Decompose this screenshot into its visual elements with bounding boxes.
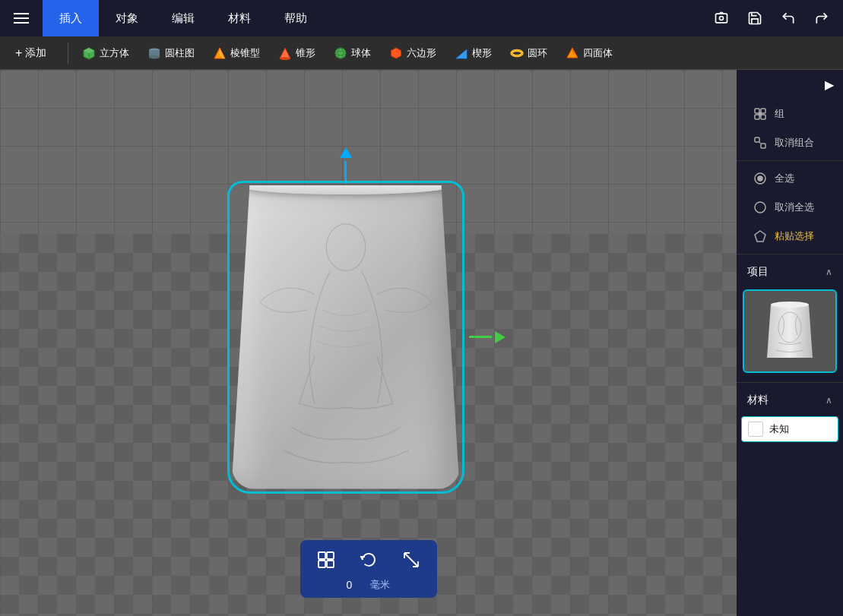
handle-line-horizontal — [469, 336, 492, 338]
deselect-all-icon — [752, 199, 769, 216]
svg-point-7 — [149, 55, 160, 58]
select-all-label: 全选 — [775, 172, 794, 185]
panel-divider-1 — [737, 160, 843, 161]
toolbar-prism[interactable]: 棱锥型 — [205, 41, 268, 65]
svg-marker-39 — [767, 305, 813, 358]
svg-rect-33 — [761, 144, 765, 148]
svg-rect-32 — [755, 137, 759, 142]
material-item-unknown[interactable]: 未知 — [741, 416, 838, 442]
cup-body — [232, 185, 460, 489]
ungroup-label: 取消组合 — [775, 136, 814, 150]
prism-icon — [213, 46, 227, 60]
toolbar-torus[interactable]: 圆环 — [502, 41, 555, 65]
bottom-toolbar-icons — [312, 546, 425, 573]
menu-tab-help[interactable]: 帮助 — [268, 0, 324, 36]
svg-point-37 — [755, 202, 765, 213]
right-panel: ▶ 组 — [737, 70, 843, 616]
select-all-button[interactable]: 全选 — [741, 164, 838, 193]
material-label: 材料 — [747, 393, 769, 407]
torus-icon — [510, 46, 524, 60]
3d-object-container — [232, 185, 460, 489]
ungroup-button[interactable]: 取消组合 — [741, 128, 838, 157]
svg-point-12 — [335, 48, 346, 58]
ungroup-icon — [752, 134, 769, 151]
svg-marker-15 — [391, 48, 401, 58]
sticky-select-label: 粘贴选择 — [775, 229, 814, 243]
project-thumbnail[interactable] — [743, 289, 837, 373]
toolbar-cylinder[interactable]: 圆柱图 — [140, 41, 202, 65]
cone-icon — [278, 46, 292, 60]
transform-value: 0 — [347, 579, 353, 591]
group-icon — [752, 106, 769, 122]
unit-label: 毫米 — [370, 578, 390, 592]
group-label: 组 — [775, 107, 784, 121]
tetra-icon — [566, 46, 579, 60]
project-collapse-icon[interactable]: ∧ — [826, 267, 832, 277]
menu-icon-group — [708, 5, 843, 32]
chevron-right-icon: ▶ — [825, 77, 834, 92]
panel-divider-2 — [737, 254, 843, 254]
sticky-select-icon — [752, 228, 769, 245]
menu-tab-material[interactable]: 材料 — [211, 0, 268, 36]
right-scale-handle[interactable] — [469, 331, 505, 343]
cube-icon — [82, 46, 96, 60]
bottom-toolbar-info: 0 毫米 — [347, 577, 391, 592]
svg-marker-10 — [280, 48, 290, 58]
rotate-tool-button[interactable] — [355, 546, 382, 573]
select-all-icon — [752, 170, 769, 187]
toolbar-wedge[interactable]: 楔形 — [447, 41, 499, 65]
cylinder-icon — [147, 46, 161, 60]
deselect-all-button[interactable]: 取消全选 — [741, 193, 838, 222]
toolbar-cone[interactable]: 锥形 — [271, 41, 323, 65]
svg-marker-20 — [567, 48, 578, 58]
svg-rect-0 — [716, 14, 727, 23]
svg-point-1 — [720, 17, 724, 21]
svg-rect-26 — [327, 561, 334, 567]
save-button[interactable] — [741, 5, 769, 32]
redo-button[interactable] — [808, 5, 835, 32]
svg-line-34 — [759, 142, 761, 144]
wedge-icon — [455, 46, 468, 60]
sphere-icon — [334, 46, 347, 60]
svg-marker-38 — [755, 231, 765, 242]
viewport[interactable]: 0 毫米 — [0, 70, 737, 616]
add-button[interactable]: + 添加 — [6, 41, 55, 65]
undo-button[interactable] — [775, 5, 802, 32]
menu-tab-object[interactable]: 对象 — [99, 0, 155, 36]
svg-point-22 — [326, 223, 365, 270]
toolbar-cube[interactable]: 立方体 — [74, 41, 137, 65]
hamburger-icon — [14, 13, 29, 24]
arrow-up-icon — [340, 147, 352, 158]
cup-object[interactable] — [232, 185, 460, 489]
material-swatch — [748, 422, 763, 437]
toolbar-tetra[interactable]: 四面体 — [558, 41, 620, 65]
bottom-toolbar: 0 毫米 — [300, 540, 437, 598]
deselect-all-label: 取消全选 — [775, 201, 814, 214]
move-tool-button[interactable] — [312, 546, 340, 573]
svg-rect-24 — [327, 552, 334, 559]
svg-rect-23 — [319, 552, 325, 559]
group-button[interactable]: 组 — [741, 100, 838, 128]
material-collapse-icon[interactable]: ∧ — [826, 395, 832, 406]
menu-tab-insert[interactable]: 插入 — [43, 0, 99, 36]
scale-tool-button[interactable] — [398, 546, 425, 573]
svg-point-11 — [280, 57, 290, 60]
menu-bar: 插入 对象 编辑 材料 帮助 — [0, 0, 843, 36]
svg-rect-25 — [319, 561, 325, 567]
screenshot-button[interactable] — [708, 5, 735, 32]
svg-point-40 — [771, 302, 809, 308]
sticky-select-button[interactable]: 粘贴选择 — [741, 222, 838, 251]
menu-tab-edit[interactable]: 编辑 — [155, 0, 211, 36]
material-name: 未知 — [769, 422, 789, 436]
project-section-header: 项目 ∧ — [737, 257, 843, 283]
toolbar-hexagon[interactable]: 六边形 — [382, 41, 444, 65]
hamburger-menu[interactable] — [0, 0, 43, 36]
panel-collapse-button[interactable]: ▶ — [737, 70, 843, 100]
handle-line-vertical — [344, 161, 347, 184]
hexagon-icon — [389, 46, 403, 60]
material-section-header: 材料 ∧ — [737, 386, 843, 412]
cup-engraving — [239, 201, 452, 482]
cup-top-face — [243, 185, 448, 194]
arrow-right-icon — [495, 331, 505, 343]
toolbar-sphere[interactable]: 球体 — [326, 41, 379, 65]
